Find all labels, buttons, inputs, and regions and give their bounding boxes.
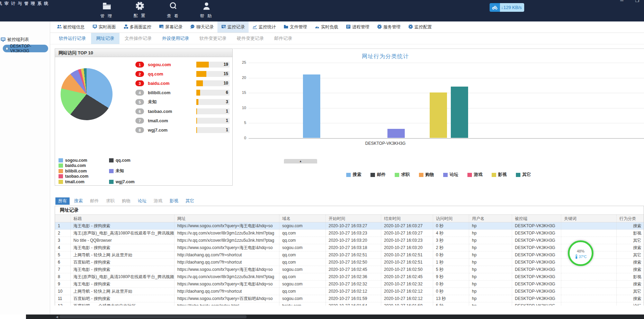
sidebar-item-device[interactable]: DESKTOP-VK3KH3G (3, 45, 48, 52)
table-row[interactable]: 9海王电影 - 搜狗搜索https://www.sogou.com/tx?que… (55, 281, 644, 288)
column-header[interactable]: 结束时间 (381, 215, 433, 222)
scrollbar-thumb[interactable] (60, 315, 247, 318)
sub-tab-5[interactable]: 硬件变更记录 (232, 33, 269, 44)
nav-tab-load[interactable]: 实时负载 (311, 21, 342, 33)
filter-tab-4[interactable]: 购物 (119, 197, 133, 205)
rank-row-2: 2qq.com15 (135, 69, 230, 79)
network-speed-badge[interactable]: ↓ 129 KB/s (490, 3, 524, 12)
table-row[interactable]: 1海王电影 - 搜狗搜索https://www.sogou.com/tx?que… (55, 222, 644, 230)
table-cell: DESKTOP-VK3KH3G (512, 244, 561, 251)
horizontal-scrollbar[interactable]: ◀ (26, 314, 644, 319)
restore-button[interactable]: ❐ (635, 0, 639, 3)
sub-tab-0[interactable]: 软件运行记录 (54, 33, 91, 44)
toolbar-gear-button[interactable]: 配 置 (128, 1, 151, 19)
table-cell: 4 秒 (433, 230, 469, 237)
table-row[interactable]: 12百度贴吧——全球最大的中文社区https://tieba.baidu.com… (55, 302, 644, 305)
nav-tab-recordsearch[interactable]: 监控记录 (217, 21, 249, 33)
table-cell: hp (469, 288, 512, 295)
toolbar-folder-button[interactable]: 管 理 (95, 1, 118, 19)
rank-value: 1 (226, 127, 228, 132)
table-cell: 搜索 (617, 295, 644, 302)
filter-tab-5[interactable]: 论坛 (135, 197, 149, 205)
bar-legend-item: 游戏 (467, 172, 483, 178)
table-cell: sogou.com (279, 295, 326, 302)
column-header[interactable] (55, 215, 71, 222)
table-cell: https://www.sogou.com/tx?query=海王电影&hdq=… (175, 222, 279, 230)
column-header[interactable]: 被控端 (512, 215, 561, 222)
behavior-chart-title: 网址行为分类统计 (233, 53, 538, 60)
bar-其它 (451, 87, 468, 138)
table-row[interactable]: 2海王(原声版)_电影_高清1080P在线观看平台_腾讯视频https://v.… (55, 230, 644, 237)
nav-tab-filemanage[interactable]: 文件管理 (280, 21, 311, 33)
filter-tab-0[interactable]: 所有 (55, 197, 70, 205)
users-icon (57, 24, 62, 30)
table-row[interactable]: 10上网导航 - 轻快上网 从这里开始http://daohang.qq.com… (55, 288, 644, 295)
nav-tab-monitor[interactable]: 实时画面 (89, 21, 120, 33)
legend-swatch-icon (59, 163, 63, 168)
panel-collapse-handle[interactable]: ▲ (284, 159, 317, 163)
filter-tab-8[interactable]: 其它 (183, 197, 197, 205)
nav-tab-config[interactable]: 监控配置 (404, 21, 436, 33)
sub-tab-4[interactable]: 软件变更记录 (194, 33, 232, 44)
legend-swatch-icon (370, 173, 375, 177)
table-row[interactable]: 7海王电影 - 搜狗搜索https://www.sogou.com/tx?que… (55, 266, 644, 273)
toolbar-person-button[interactable]: 帮 助 (195, 1, 218, 19)
table-cell: 海王电影 - 搜狗搜索 (71, 266, 175, 273)
legend-swatch-icon (419, 173, 423, 177)
nav-tab-users[interactable]: 被控端信息 (53, 21, 89, 33)
table-cell: DESKTOP-VK3KH3G (512, 259, 561, 266)
scroll-left-icon[interactable]: ◀ (56, 315, 58, 319)
filter-tab-7[interactable]: 影视 (167, 197, 181, 205)
filter-tab-3[interactable]: 求职 (103, 197, 117, 205)
table-cell: hp (469, 251, 512, 259)
rank-value: 6 (226, 90, 228, 95)
column-header[interactable]: 域名 (279, 215, 326, 222)
nav-tab-screenrec[interactable]: 屏幕记录 (155, 21, 186, 33)
column-header[interactable]: 行为分类 (617, 215, 644, 222)
filter-tab-2[interactable]: 邮件 (87, 197, 101, 205)
table-cell: 2020-10-27 16:03:27 (381, 230, 433, 237)
app-window: 机审计与管理系统 ─ ❐ 管 理配 置查 看帮 助 ↓ 129 KB/s 被控端… (0, 0, 644, 319)
nav-tab-multiscreen[interactable]: 多画面监控 (120, 21, 155, 33)
nav-tab-process[interactable]: 进程管理 (342, 21, 373, 33)
column-header[interactable]: 用户名 (469, 215, 512, 222)
table-cell: https://v.qq.com/x/cover/l8r3gm1zzu5u3nk… (175, 230, 279, 237)
table-row[interactable]: 11百度贴吧 - 搜狗搜索https://www.sogou.com/tx?qu… (55, 295, 644, 302)
table-cell: hp (469, 302, 512, 305)
table-cell (561, 302, 617, 305)
legend-swatch-icon (467, 173, 472, 177)
table-cell: 6 (55, 259, 71, 266)
table-cell: 2020-10-27 16:03:27 (381, 222, 433, 230)
sub-tab-2[interactable]: 文件操作记录 (119, 33, 157, 44)
filter-tab-6[interactable]: 游戏 (151, 197, 165, 205)
column-header[interactable]: 开始时间 (326, 215, 381, 222)
device-name: DESKTOP-VK3KH3G (10, 44, 45, 53)
column-header[interactable]: 网址 (175, 215, 279, 222)
table-cell: 百度贴吧 - 搜狗搜索 (71, 295, 175, 302)
toolbar-search-button[interactable]: 查 看 (162, 1, 185, 19)
table-row[interactable]: 6百度贴吧 - 搜狗搜索http://daohang.qq.com/?fr=sh… (55, 259, 644, 266)
sub-tab-1[interactable]: 网址记录 (91, 33, 119, 44)
table-row[interactable]: 3No title - QQBrowserhttps://v.qq.com/x/… (55, 237, 644, 244)
table-cell: 2020-10-27 16:02:50 (381, 266, 433, 273)
cpu-gauge[interactable]: 48% 37°C (568, 240, 593, 266)
table-cell: 上网导航 - 轻快上网 从这里开始 (71, 251, 175, 259)
column-header[interactable]: 关键词 (561, 215, 617, 222)
rank-value: 10 (224, 81, 228, 86)
legend-swatch-icon (492, 173, 496, 177)
table-row[interactable]: 5上网导航 - 轻快上网 从这里开始http://daohang.qq.com/… (55, 251, 644, 259)
table-cell: 5 秒 (433, 302, 469, 305)
legend-swatch-icon (59, 169, 63, 173)
column-header[interactable]: 访问时间 (433, 215, 469, 222)
table-row[interactable]: 8海王(原声版)_电影_高清1080P在线观看平台_腾讯视频https://v.… (55, 273, 644, 281)
nav-tab-service[interactable]: 服务管理 (373, 21, 404, 33)
sub-tab-3[interactable]: 外设使用记录 (157, 33, 194, 44)
nav-tab-chat[interactable]: 聊天记录 (186, 21, 217, 33)
table-row[interactable]: 4海王电影 - 搜狗搜索https://www.sogou.com/tx?que… (55, 244, 644, 251)
table-cell: DESKTOP-VK3KH3G (512, 295, 561, 302)
column-header[interactable]: 标题 (71, 215, 175, 222)
sub-tab-6[interactable]: 邮件记录 (269, 33, 297, 44)
filter-tab-1[interactable]: 搜索 (71, 197, 86, 205)
minimize-button[interactable]: ─ (620, 0, 623, 3)
nav-tab-stats[interactable]: 监控统计 (249, 21, 280, 33)
